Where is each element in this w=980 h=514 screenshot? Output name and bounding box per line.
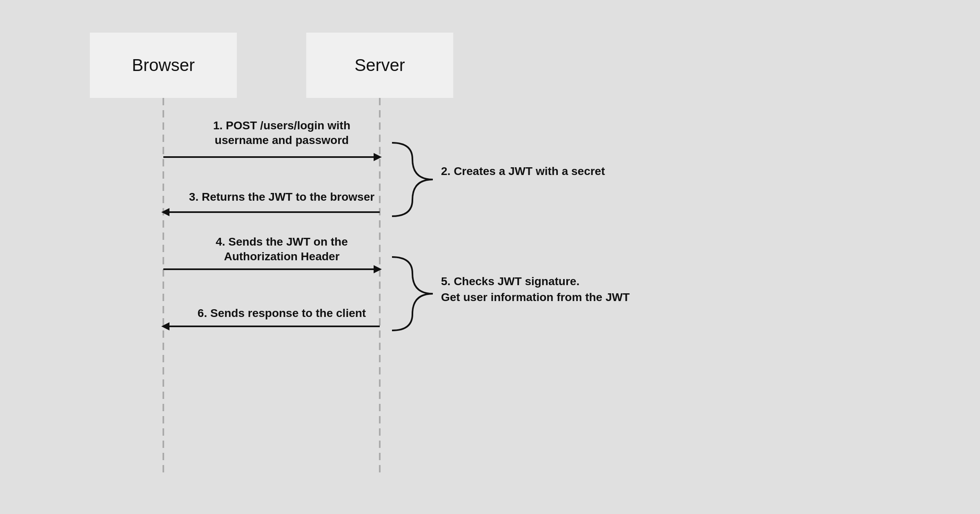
svg-marker-9 bbox=[161, 322, 169, 330]
svg-marker-3 bbox=[374, 153, 382, 161]
svg-marker-5 bbox=[161, 208, 169, 216]
browser-label: Browser bbox=[132, 55, 195, 75]
step4-label: 4. Sends the JWT on the Authorization He… bbox=[180, 235, 384, 264]
browser-actor-box: Browser bbox=[90, 33, 237, 98]
step6-label: 6. Sends response to the client bbox=[180, 306, 384, 321]
server-label: Server bbox=[354, 55, 405, 75]
diagram-container: Browser Server 1. POST /users/login with… bbox=[0, 0, 980, 514]
step2-annotation: 2. Creates a JWT with a secret bbox=[441, 163, 625, 179]
step1-label: 1. POST /users/login with username and p… bbox=[180, 118, 384, 148]
server-actor-box: Server bbox=[306, 33, 453, 98]
svg-marker-7 bbox=[374, 265, 382, 273]
step5-annotation: 5. Checks JWT signature. Get user inform… bbox=[441, 273, 645, 305]
step3-label: 3. Returns the JWT to the browser bbox=[180, 190, 384, 204]
